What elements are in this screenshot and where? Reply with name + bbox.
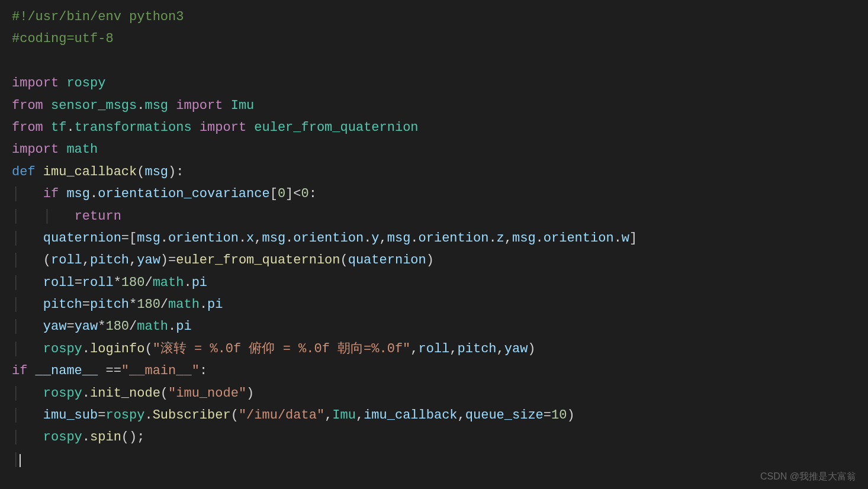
indent-guide: │ xyxy=(12,297,20,312)
from-keyword: from xyxy=(12,98,43,113)
string-main: "__main__" xyxy=(121,363,200,378)
indent-guide: │ xyxy=(12,408,20,423)
indent-guide: │ xyxy=(12,319,20,334)
indent-guide: │ xyxy=(12,386,20,401)
indent-guide: │ xyxy=(12,452,20,467)
var-imu-sub: imu_sub xyxy=(43,408,98,423)
indent-guide: │ xyxy=(12,275,20,290)
text-cursor xyxy=(20,454,21,467)
var-quaternion: quaternion xyxy=(43,231,121,246)
module-transformations: transformations xyxy=(75,120,192,135)
import-keyword: import xyxy=(200,120,246,135)
import-keyword: import xyxy=(176,98,223,113)
function-euler: euler_from_quaternion xyxy=(254,120,418,135)
attr-orientation-covariance: orientation_covariance xyxy=(98,186,269,201)
module-math: math xyxy=(66,142,98,157)
indent-guide: │ xyxy=(12,231,20,246)
code-editor[interactable]: #!/usr/bin/env python3 #coding=utf-8 imp… xyxy=(0,0,868,477)
shebang-line: #!/usr/bin/env python3 xyxy=(12,9,184,24)
return-keyword: return xyxy=(75,209,121,224)
indent-guide: │ xyxy=(12,209,20,224)
number-zero: 0 xyxy=(278,186,285,201)
string-imu-node: "imu_node" xyxy=(168,386,246,401)
param-msg: msg xyxy=(144,165,168,179)
indent-guide: │ xyxy=(12,342,20,356)
def-keyword: def xyxy=(12,165,36,179)
module-sensor-msgs: sensor_msgs xyxy=(51,98,137,113)
if-keyword: if xyxy=(12,363,27,378)
module-tf: tf xyxy=(51,120,66,135)
var-msg: msg xyxy=(66,186,90,201)
indent-guide: │ xyxy=(12,430,20,445)
module-msg: msg xyxy=(144,98,168,113)
number-zero: 0 xyxy=(301,186,309,201)
coding-line: #coding=utf-8 xyxy=(12,31,114,46)
string-imu-data: "/imu/data" xyxy=(239,408,324,423)
module-rospy: rospy xyxy=(66,76,105,91)
import-keyword: import xyxy=(12,76,59,91)
function-imu-callback: imu_callback xyxy=(43,165,137,179)
indent-guide: │ xyxy=(43,209,51,224)
class-imu: Imu xyxy=(231,98,255,113)
dunder-name: __name__ xyxy=(36,363,98,378)
string-loginfo: "滚转 = %.0f 俯仰 = %.0f 朝向=%.0f" xyxy=(153,342,411,356)
from-keyword: from xyxy=(12,120,43,135)
import-keyword: import xyxy=(12,142,59,157)
indent-guide: │ xyxy=(12,253,20,268)
watermark: CSDN @我推是大富翁 xyxy=(760,468,856,484)
if-keyword: if xyxy=(43,186,59,201)
indent-guide: │ xyxy=(12,186,20,201)
